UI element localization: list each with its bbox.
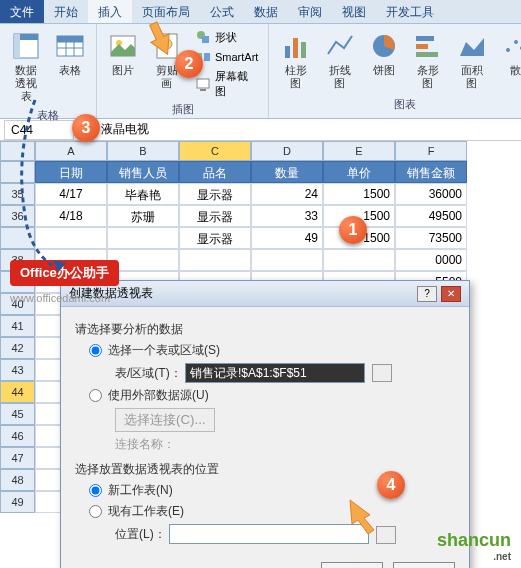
cell[interactable]: 49 [251, 227, 323, 249]
cell[interactable]: 0000 [395, 249, 467, 271]
cancel-button[interactable]: 取消 [393, 562, 455, 568]
cell[interactable] [35, 227, 107, 249]
area-chart-button[interactable]: 面积图 [452, 28, 492, 95]
tab-data[interactable]: 数据 [244, 0, 288, 23]
svg-rect-21 [301, 42, 306, 58]
row-header[interactable]: 44 [0, 381, 35, 403]
dialog-help-button[interactable]: ? [417, 286, 437, 302]
tab-dev[interactable]: 开发工具 [376, 0, 444, 23]
cell[interactable]: 1500 [323, 183, 395, 205]
screenshot-button[interactable]: 屏幕截图 [191, 68, 262, 100]
pivot-dialog: 创建数据透视表 ? ✕ 请选择要分析的数据 选择一个表或区域(S) 表/区域(T… [60, 280, 470, 568]
row-header[interactable]: 46 [0, 425, 35, 447]
ribbon: 数据 透视表 表格 表格 图片 剪贴画 形状 SmartArt [0, 24, 521, 119]
svg-rect-24 [416, 44, 428, 49]
dialog-close-button[interactable]: ✕ [441, 286, 461, 302]
row-header[interactable]: 35 [0, 183, 35, 205]
range-picker-button[interactable] [372, 364, 392, 382]
tab-view[interactable]: 视图 [332, 0, 376, 23]
line-chart-icon [324, 30, 356, 62]
formula-input[interactable] [95, 121, 521, 139]
row-header[interactable]: 48 [0, 469, 35, 491]
cell[interactable] [107, 227, 179, 249]
shapes-icon [195, 29, 211, 45]
tab-file[interactable]: 文件 [0, 0, 44, 23]
tab-review[interactable]: 审阅 [288, 0, 332, 23]
radio-external[interactable]: 使用外部数据源(U) [89, 387, 455, 404]
cell[interactable]: 4/17 [35, 183, 107, 205]
row-header[interactable]: 45 [0, 403, 35, 425]
range-input[interactable] [185, 363, 365, 383]
row-header[interactable]: 41 [0, 315, 35, 337]
tab-start[interactable]: 开始 [44, 0, 88, 23]
group-charts: 柱形图 折线图 饼图 条形图 面积图 散 图表 [269, 24, 521, 118]
row-header[interactable]: 42 [0, 337, 35, 359]
column-chart-button[interactable]: 柱形图 [275, 28, 315, 95]
cell[interactable]: 24 [251, 183, 323, 205]
table-button[interactable]: 表格 [51, 28, 91, 106]
cell[interactable] [323, 249, 395, 271]
group-charts-label: 图表 [275, 95, 521, 114]
tab-insert[interactable]: 插入 [88, 0, 132, 23]
cell[interactable]: 36000 [395, 183, 467, 205]
cell[interactable]: 苏珊 [107, 205, 179, 227]
svg-rect-20 [293, 38, 298, 58]
callout-4: 4 [377, 471, 405, 499]
area-chart-icon [456, 30, 488, 62]
svg-rect-25 [416, 52, 438, 57]
cell[interactable]: 49500 [395, 205, 467, 227]
svg-rect-16 [204, 53, 210, 61]
logo-watermark: shancun.net [437, 530, 511, 562]
scatter-chart-button[interactable]: 散 [496, 28, 521, 95]
bar-chart-button[interactable]: 条形图 [407, 28, 447, 95]
pivot-table-button[interactable]: 数据 透视表 [6, 28, 47, 106]
radio-existing-sheet[interactable]: 现有工作表(E) [89, 503, 455, 520]
svg-rect-8 [57, 36, 83, 42]
cell[interactable]: 73500 [395, 227, 467, 249]
cell[interactable]: 显示器 [179, 205, 251, 227]
group-illust-label: 插图 [103, 100, 262, 119]
col-c[interactable]: C [179, 141, 251, 161]
line-chart-button[interactable]: 折线图 [320, 28, 360, 95]
shapes-button[interactable]: 形状 [191, 28, 262, 46]
row-header[interactable]: 47 [0, 447, 35, 469]
pie-chart-icon [368, 30, 400, 62]
col-b[interactable]: B [107, 141, 179, 161]
hdr-amount: 销售金额 [395, 161, 467, 183]
table-icon [54, 30, 86, 62]
picture-icon [107, 30, 139, 62]
cell[interactable]: 毕春艳 [107, 183, 179, 205]
cell[interactable]: 4/18 [35, 205, 107, 227]
pivot-label: 数据 透视表 [10, 64, 43, 104]
col-e[interactable]: E [323, 141, 395, 161]
connection-name: 连接名称： [115, 436, 455, 453]
ok-button[interactable]: 确定 [321, 562, 383, 568]
svg-rect-19 [285, 46, 290, 58]
hdr-sales: 销售人员 [107, 161, 179, 183]
tab-formula[interactable]: 公式 [200, 0, 244, 23]
row-header[interactable] [0, 227, 35, 249]
radio-select-table[interactable]: 选择一个表或区域(S) [89, 342, 455, 359]
cell[interactable] [179, 249, 251, 271]
cell[interactable]: 33 [251, 205, 323, 227]
cell[interactable]: 显示器 [179, 227, 251, 249]
select-all-corner[interactable] [0, 141, 35, 161]
hdr-date: 日期 [35, 161, 107, 183]
callout-1: 1 [339, 216, 367, 244]
cell[interactable]: 显示器 [179, 183, 251, 205]
pie-chart-button[interactable]: 饼图 [364, 28, 403, 95]
col-a[interactable]: A [35, 141, 107, 161]
col-d[interactable]: D [251, 141, 323, 161]
choose-connection-button: 选择连接(C)... [115, 408, 215, 432]
hdr-product: 品名 [179, 161, 251, 183]
svg-rect-17 [197, 79, 209, 88]
cell[interactable] [251, 249, 323, 271]
picture-button[interactable]: 图片 [103, 28, 143, 100]
row-header[interactable]: 43 [0, 359, 35, 381]
row-header[interactable]: 36 [0, 205, 35, 227]
row-header[interactable]: 49 [0, 491, 35, 513]
col-f[interactable]: F [395, 141, 467, 161]
svg-point-27 [514, 40, 518, 44]
row-hdr[interactable] [0, 161, 35, 183]
scatter-chart-icon [500, 30, 521, 62]
